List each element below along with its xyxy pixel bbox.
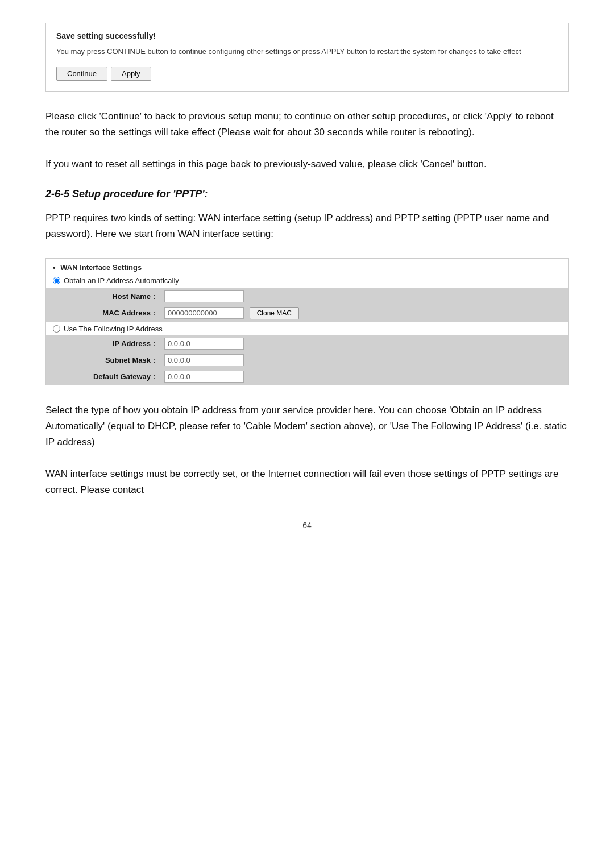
mac-address-row: MAC Address : Clone MAC	[46, 305, 568, 322]
ip-address-row: IP Address :	[46, 335, 568, 352]
save-title: Save setting successfully!	[56, 31, 558, 40]
subnet-mask-label: Subnet Mask :	[46, 352, 160, 368]
apply-button[interactable]: Apply	[111, 67, 151, 81]
page-number: 64	[45, 521, 569, 530]
use-following-radio[interactable]	[53, 325, 60, 333]
body-text-5: WAN interface settings must be correctly…	[45, 466, 569, 498]
obtain-auto-label: Obtain an IP Address Automatically	[64, 276, 179, 285]
wan-interface-settings-box: • WAN Interface Settings Obtain an IP Ad…	[45, 258, 569, 385]
body-text-4: Select the type of how you obtain IP add…	[45, 402, 569, 450]
save-button-row: Continue Apply	[56, 67, 558, 81]
ip-address-label: IP Address :	[46, 335, 160, 352]
host-name-row: Host Name :	[46, 288, 568, 305]
subnet-mask-row: Subnet Mask :	[46, 352, 568, 368]
use-following-label: Use The Following IP Address	[64, 325, 163, 333]
body-text-3: PPTP requires two kinds of setting: WAN …	[45, 210, 569, 242]
section-heading-pptp: 2-6-5 Setup procedure for 'PPTP':	[45, 188, 569, 200]
host-name-input[interactable]	[164, 290, 244, 302]
default-gateway-label: Default Gateway :	[46, 368, 160, 385]
clone-mac-button[interactable]: Clone MAC	[250, 307, 299, 319]
mac-address-input[interactable]	[164, 307, 244, 319]
default-gateway-input[interactable]	[164, 371, 244, 383]
obtain-auto-radio-row[interactable]: Obtain an IP Address Automatically	[46, 274, 568, 288]
use-following-radio-row[interactable]: Use The Following IP Address	[46, 322, 568, 335]
subnet-mask-input[interactable]	[164, 354, 244, 366]
wan-fields-table: Host Name : MAC Address : Clone MAC	[46, 288, 568, 322]
wan-header-label: WAN Interface Settings	[60, 263, 142, 272]
mac-address-label: MAC Address :	[46, 305, 160, 322]
save-success-box: Save setting successfully! You may press…	[45, 23, 569, 92]
wan-header: • WAN Interface Settings	[46, 259, 568, 274]
obtain-auto-radio[interactable]	[53, 277, 60, 284]
body-text-1: Please click 'Continue' to back to previ…	[45, 109, 569, 140]
bullet-icon: •	[53, 263, 56, 272]
continue-button[interactable]: Continue	[56, 67, 107, 81]
default-gateway-row: Default Gateway :	[46, 368, 568, 385]
ip-address-input[interactable]	[164, 338, 244, 350]
wan-static-fields-table: IP Address : Subnet Mask : Default Gatew…	[46, 335, 568, 385]
host-name-label: Host Name :	[46, 288, 160, 305]
save-description: You may press CONTINUE button to continu…	[56, 46, 558, 57]
body-text-2: If you want to reset all settings in thi…	[45, 156, 569, 172]
